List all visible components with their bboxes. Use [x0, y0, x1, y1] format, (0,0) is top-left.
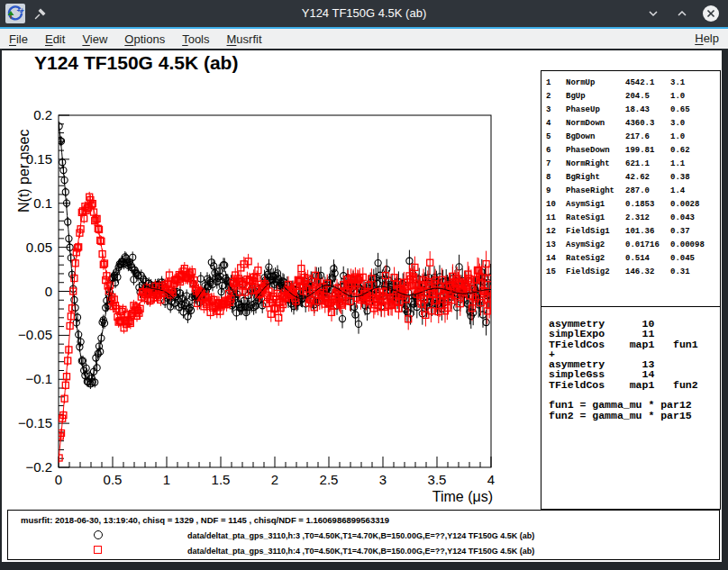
svg-text:4: 4	[487, 472, 495, 487]
musr-plot-canvas: 00.511.522.533.540.20.150.10.050−0.05−0.…	[2, 50, 541, 510]
fit-status-line: musrfit: 2018-06-30, 13:19:40, chisq = 1…	[21, 515, 389, 525]
param-row-RateSig2: 14RateSig20.5140.045	[546, 252, 720, 266]
param-row-AsymSig1: 10AsymSig10.18530.0028	[546, 197, 720, 211]
menu-items: FileEditViewOptionsToolsMusrfit	[9, 32, 262, 46]
svg-text:−0.05: −0.05	[18, 327, 52, 342]
svg-text:3.5: 3.5	[428, 472, 447, 487]
theory-block: asymmetry 10 simplExpo 11 TFieldCos map1…	[541, 306, 721, 510]
menu-item-help[interactable]: Help	[695, 29, 719, 49]
svg-text:−0.15: −0.15	[18, 415, 52, 430]
param-row-FieldSig1: 12FieldSig1101.360.37	[546, 225, 720, 239]
close-button[interactable]	[701, 4, 721, 23]
svg-text:N(t) per nsec: N(t) per nsec	[16, 130, 32, 213]
menubar: FileEditViewOptionsToolsMusrfit Help	[0, 29, 728, 49]
canvas-area: Y124 TF150G 4.5K (ab) 00.511.522.533.540…	[2, 50, 722, 562]
param-row-NormUp: 1NormUp4542.13.1	[546, 76, 720, 89]
param-row-PhaseRight: 9PhaseRight287.01.4	[546, 184, 720, 197]
svg-text:0.05: 0.05	[26, 240, 52, 255]
svg-text:0.5: 0.5	[104, 472, 123, 487]
menu-item-options[interactable]: Options	[124, 32, 165, 46]
titlebar: ++ Y124 TF150G 4.5K (ab)	[0, 0, 728, 27]
param-row-PhaseDown: 6PhaseDown199.810.62	[546, 143, 720, 157]
legend-label: data/deltat_pta_gps_3110,h:3 ,T0=4.50K,T…	[187, 531, 534, 540]
window-controls	[643, 0, 721, 27]
param-row-PhaseUp: 3PhaseUp18.430.65	[546, 103, 720, 116]
musrfit-window: ++ Y124 TF150G 4.5K (ab)	[0, 0, 728, 570]
svg-text:2.5: 2.5	[320, 472, 339, 487]
menu-item-edit[interactable]: Edit	[45, 32, 65, 46]
maximize-button[interactable]	[672, 4, 692, 23]
svg-text:0.2: 0.2	[33, 107, 52, 122]
svg-text:0.1: 0.1	[33, 195, 52, 211]
open-circle-marker-icon	[94, 530, 103, 539]
menu-item-file[interactable]: File	[9, 32, 28, 46]
svg-text:0: 0	[45, 284, 52, 299]
minimize-button[interactable]	[643, 4, 663, 23]
svg-text:2: 2	[271, 472, 278, 487]
theory-text: asymmetry 10 simplExpo 11 TFieldCos map1…	[541, 307, 720, 421]
info-footer: musrfit: 2018-06-30, 13:19:40, chisq = 1…	[7, 510, 720, 560]
parameter-rows: 1NormUp4542.13.12BgUp204.51.03PhaseUp18.…	[546, 76, 720, 279]
window-title: Y124 TF150G 4.5K (ab)	[0, 0, 728, 27]
legend-row-2: data/deltat_pta_gps_3110,h:4 ,T0=4.50K,T…	[8, 546, 719, 556]
menu-item-view[interactable]: View	[82, 32, 107, 46]
param-row-BgRight: 8BgRight42.620.38	[546, 170, 720, 184]
svg-text:1.5: 1.5	[212, 472, 231, 487]
open-square-marker-icon	[94, 546, 102, 554]
svg-text:3: 3	[379, 472, 387, 487]
svg-text:−0.1: −0.1	[25, 371, 52, 386]
param-row-BgDown: 5BgDown217.61.0	[546, 130, 720, 143]
menu-item-tools[interactable]: Tools	[182, 32, 209, 46]
param-row-NormRight: 7NormRight621.11.1	[546, 157, 720, 170]
parameter-table: 1NormUp4542.13.12BgUp204.51.03PhaseUp18.…	[541, 70, 721, 307]
param-row-BgUp: 2BgUp204.51.0	[546, 89, 720, 103]
param-row-NormDown: 4NormDown4360.33.0	[546, 116, 720, 130]
param-row-AsymSig2: 13AsymSig20.017160.00098	[546, 239, 720, 252]
param-row-RateSig1: 11RateSig12.3120.043	[546, 211, 720, 224]
legend-row-1: data/deltat_pta_gps_3110,h:3 ,T0=4.50K,T…	[8, 530, 719, 541]
svg-text:0: 0	[55, 472, 62, 487]
menu-item-musrfit[interactable]: Musrfit	[227, 32, 262, 46]
legend-label: data/deltat_pta_gps_3110,h:4 ,T0=4.50K,T…	[187, 547, 534, 556]
svg-text:−0.2: −0.2	[25, 459, 52, 475]
svg-text:1: 1	[163, 472, 170, 487]
svg-text:Time (μs): Time (μs)	[432, 489, 493, 504]
param-row-FieldSig2: 15FieldSig2146.320.31	[546, 266, 720, 279]
